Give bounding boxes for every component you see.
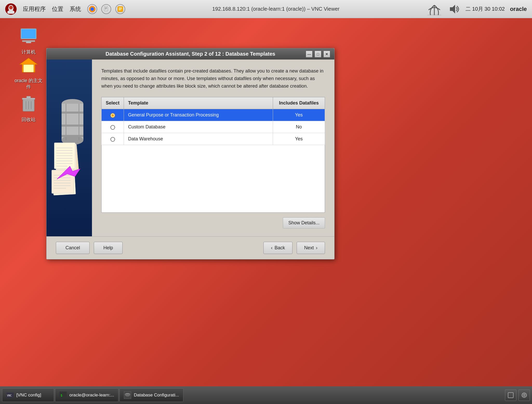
dialog-body: Templates that include datafiles contain… (46, 60, 334, 236)
desktop-icon-computer[interactable]: 计算机 (13, 26, 44, 55)
taskbar-right (505, 389, 530, 401)
minimize-button[interactable]: — (306, 51, 312, 57)
col-header-includes: Includes Datafiles (273, 97, 325, 109)
dbconfig-taskbar-icon (124, 392, 131, 399)
next-label: Next (304, 245, 314, 251)
taskbar-oracle-label: oracle@oracle-learn:... (69, 393, 114, 398)
menubar: 应用程序 位置 系统 (0, 0, 532, 18)
svg-rect-17 (22, 40, 35, 42)
back-label: Back (275, 245, 285, 251)
radio-button-2[interactable] (110, 137, 115, 142)
computer-image (18, 26, 39, 47)
svg-rect-62 (508, 393, 513, 398)
menu-system[interactable]: 系统 (70, 5, 81, 13)
menu-location[interactable]: 位置 (52, 5, 63, 13)
maximize-button[interactable]: □ (315, 51, 321, 57)
taskbar: VNC [VNC config] $ oracle@oracle-learn:.… (0, 386, 532, 404)
template-table: Select Template Includes Datafiles Gener… (101, 97, 325, 145)
svg-rect-28 (62, 104, 83, 140)
radio-cell-2[interactable] (102, 133, 124, 145)
illustration-panel (46, 60, 92, 236)
col-header-template: Template (124, 97, 273, 109)
svg-text:$: $ (61, 394, 62, 397)
taskbar-network-icon[interactable] (518, 389, 530, 401)
includes-value-2: Yes (273, 133, 325, 145)
home-folder-label: oracle 的主文件 (13, 77, 44, 90)
taskbar-item-oracle[interactable]: $ oracle@oracle-learn:... (55, 388, 118, 402)
table-row[interactable]: General Purpose or Transaction Processin… (102, 109, 325, 121)
svg-rect-16 (21, 29, 36, 38)
vnc-icon: VNC (6, 392, 14, 399)
trash-image (18, 94, 39, 114)
radio-cell-1[interactable] (102, 121, 124, 133)
svg-point-4 (90, 7, 94, 11)
footer-left-buttons: Cancel Help (56, 242, 123, 254)
window-title: 192.168.8.120:1 (oracle-learn:1 (oracle)… (125, 6, 427, 12)
desktop-icon-home[interactable]: oracle 的主文件 (13, 55, 44, 90)
network-icon (427, 3, 442, 16)
svg-rect-34 (62, 125, 83, 127)
menu-apps[interactable]: 应用程序 (23, 5, 46, 13)
app-avatar-icon (5, 3, 17, 15)
desktop-icon-trash[interactable]: 回收站 (13, 94, 44, 123)
dialog-titlebar: Database Configuration Assistant, Step 2… (46, 48, 334, 60)
template-name-2: Data Warehouse (124, 133, 273, 145)
help-button[interactable]: Help (94, 242, 123, 254)
show-details-button[interactable]: Show Details... (283, 217, 325, 229)
svg-rect-20 (23, 64, 34, 72)
svg-rect-18 (26, 42, 31, 43)
includes-value-1: No (273, 121, 325, 133)
menubar-right: 二 10月 30 10:02 oracle (427, 3, 527, 16)
back-button[interactable]: ‹ Back (263, 242, 292, 254)
next-button[interactable]: Next › (297, 242, 325, 254)
footer-right-buttons: ‹ Back Next › (263, 242, 325, 254)
desktop: 应用程序 位置 系统 (0, 0, 532, 404)
illustration-image (49, 60, 89, 236)
document-icon[interactable] (101, 4, 111, 14)
home-folder-image (18, 55, 39, 75)
radio-button-1[interactable] (110, 125, 115, 130)
table-row[interactable]: Data Warehouse Yes (102, 133, 325, 145)
dialog-title: Database Configuration Assistant, Step 2… (105, 51, 275, 57)
radio-cell-0[interactable] (102, 109, 124, 121)
description-text: Templates that include datafiles contain… (101, 67, 325, 90)
titlebar-buttons: — □ ✕ (306, 51, 330, 57)
dialog-footer: Cancel Help ‹ Back Next › (46, 236, 334, 259)
taskbar-show-desktop-button[interactable] (505, 389, 516, 401)
cancel-button[interactable]: Cancel (56, 242, 90, 254)
username-display: oracle (510, 6, 527, 12)
taskbar-item-vnc[interactable]: VNC [VNC config] (2, 388, 54, 402)
table-row[interactable]: Custom Database No (102, 121, 325, 133)
edit-icon[interactable] (115, 4, 125, 14)
svg-rect-33 (62, 112, 83, 114)
svg-point-2 (9, 6, 13, 9)
col-header-select: Select (102, 97, 124, 109)
browser-icon[interactable] (87, 4, 97, 14)
menubar-toolbar-icons (87, 4, 125, 14)
svg-rect-5 (104, 6, 108, 11)
svg-text:VNC: VNC (7, 394, 12, 397)
dialog-content: Templates that include datafiles contain… (92, 60, 334, 236)
dialog-window: Database Configuration Assistant, Step 2… (46, 48, 335, 259)
svg-rect-35 (62, 135, 83, 137)
menubar-left: 应用程序 位置 系统 (5, 3, 125, 15)
includes-value-0: Yes (273, 109, 325, 121)
back-arrow-icon: ‹ (271, 245, 272, 251)
speaker-icon (447, 3, 460, 16)
template-name-0: General Purpose or Transaction Processin… (124, 109, 273, 121)
taskbar-dbconfig-label: Database Configurati... (134, 393, 179, 398)
template-name-1: Custom Database (124, 121, 273, 133)
radio-button-0[interactable] (110, 113, 115, 118)
svg-point-1 (7, 10, 15, 14)
computer-label: 计算机 (22, 49, 36, 55)
table-empty-area (101, 145, 325, 213)
close-button[interactable]: ✕ (323, 51, 330, 57)
oracle-terminal-icon: $ (59, 392, 67, 399)
datetime-display: 二 10月 30 10:02 (466, 5, 505, 12)
taskbar-item-dbconfig[interactable]: Database Configurati... (119, 388, 183, 402)
svg-rect-23 (26, 96, 31, 98)
trash-label: 回收站 (22, 116, 36, 123)
svg-marker-14 (450, 5, 455, 14)
next-arrow-icon: › (316, 245, 317, 251)
taskbar-vnc-label: [VNC config] (16, 393, 41, 398)
